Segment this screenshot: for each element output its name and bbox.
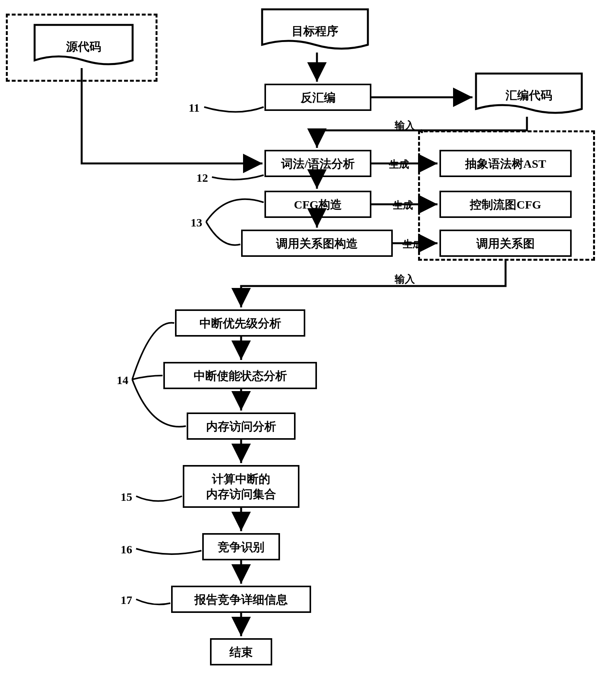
- box-cfg-construct: CFG构造: [264, 191, 371, 218]
- box-callgraph-construct: 调用关系图构造: [241, 230, 393, 257]
- doc-target-program: 目标程序: [261, 8, 369, 54]
- report-label: 报告竞争详细信息: [194, 592, 288, 607]
- box-callgraph: 调用关系图: [439, 230, 572, 257]
- step-16: 16: [121, 543, 132, 556]
- edge-generate-1: 生成: [389, 158, 409, 171]
- edge-generate-2: 生成: [393, 198, 413, 212]
- box-lexical: 词法/语法分析: [264, 150, 371, 177]
- step-15: 15: [121, 490, 132, 504]
- callgraph-label: 调用关系图: [476, 236, 535, 251]
- step-13: 13: [191, 216, 202, 229]
- ast-label: 抽象语法树AST: [465, 156, 546, 171]
- box-cfg: 控制流图CFG: [439, 191, 572, 218]
- step-17: 17: [121, 593, 132, 607]
- interrupt-enable-label: 中断使能状态分析: [194, 368, 287, 383]
- box-compute-set: 计算中断的 内存访问集合: [183, 465, 299, 508]
- box-interrupt-enable: 中断使能状态分析: [163, 362, 317, 389]
- disassembly-label: 反汇编: [301, 90, 336, 105]
- edge-input-2: 输入: [395, 272, 415, 286]
- cfg-label: 控制流图CFG: [470, 197, 541, 212]
- box-ast: 抽象语法树AST: [439, 150, 572, 177]
- memory-access-label: 内存访问分析: [206, 419, 276, 434]
- dashed-source-code-group: [6, 14, 158, 82]
- edge-generate-3: 生成: [402, 237, 423, 251]
- step-11: 11: [189, 101, 200, 114]
- step-12: 12: [196, 171, 208, 184]
- step-14: 14: [117, 374, 128, 387]
- box-end: 结束: [210, 638, 272, 665]
- compute-set-label: 计算中断的 内存访问集合: [206, 471, 276, 502]
- end-label: 结束: [229, 644, 253, 660]
- doc-assembly-code: 汇编代码: [474, 72, 583, 119]
- box-race-detect: 竞争识别: [202, 533, 280, 560]
- edge-input-1: 输入: [395, 119, 415, 132]
- box-disassembly: 反汇编: [264, 84, 371, 111]
- lexical-label: 词法/语法分析: [281, 156, 354, 171]
- box-memory-access: 内存访问分析: [187, 412, 296, 440]
- assembly-code-label: 汇编代码: [506, 88, 552, 104]
- callgraph-construct-label: 调用关系图构造: [276, 236, 358, 251]
- interrupt-priority-label: 中断优先级分析: [200, 316, 281, 331]
- target-program-label: 目标程序: [292, 23, 338, 39]
- cfg-construct-label: CFG构造: [294, 197, 342, 212]
- race-detect-label: 竞争识别: [218, 539, 264, 555]
- box-interrupt-priority: 中断优先级分析: [175, 309, 305, 337]
- box-report: 报告竞争详细信息: [171, 586, 311, 613]
